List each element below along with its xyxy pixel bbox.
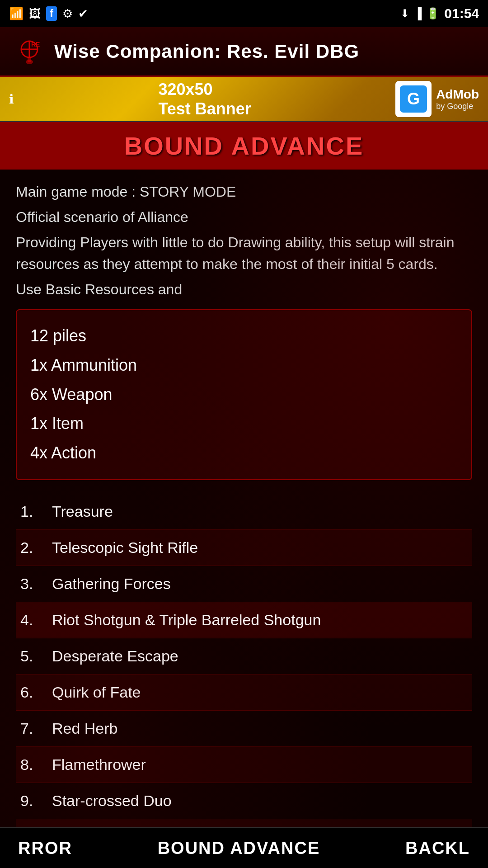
signal-icon: ▐ (414, 7, 422, 20)
desc-line3: Providing Players with little to do Draw… (16, 231, 472, 275)
bottom-nav-right[interactable]: BACKL (405, 839, 470, 858)
download-icon: ⬇ (400, 7, 409, 20)
item-number-3: 3. (20, 575, 52, 593)
list-item[interactable]: 8. Flamethrower (16, 747, 472, 783)
svg-text:G: G (407, 90, 420, 108)
resource-item-2: 1x Ammunition (30, 351, 458, 380)
clipboard-icon: ✔ (78, 7, 88, 21)
app-title: Wise Companion: Res. Evil DBG (54, 41, 359, 62)
svg-text:RE: RE (31, 41, 40, 48)
desc-line2: Official scenario of Alliance (16, 206, 472, 228)
admob-name: AdMob (436, 87, 479, 102)
ad-label-text: Test Banner (158, 99, 251, 118)
ad-size-text: 320x50 (158, 80, 251, 99)
info-icon: ℹ (9, 92, 14, 106)
item-name-5: Desperate Escape (52, 647, 178, 665)
image-icon: 🖼 (29, 7, 41, 21)
list-item[interactable]: 9. Star-crossed Duo (16, 783, 472, 819)
status-bar: 📶 🖼 f ⚙ ✔ ⬇ ▐ 🔋 01:54 (0, 0, 488, 27)
battery-icon: 🔋 (426, 7, 440, 20)
ad-banner-info: ℹ (9, 92, 14, 107)
resources-box: 12 piles 1x Ammunition 6x Weapon 1x Item… (16, 309, 472, 480)
desc-line1: Main game mode : STORY MODE (16, 181, 472, 203)
facebook-icon: f (46, 6, 57, 21)
item-name-8: Flamethrower (52, 756, 146, 774)
svg-rect-5 (28, 57, 31, 62)
item-number-9: 9. (20, 792, 52, 810)
list-item[interactable]: 5. Desperate Escape (16, 638, 472, 675)
item-name-2: Telescopic Sight Rifle (52, 539, 198, 557)
status-bar-right-icons: ⬇ ▐ 🔋 01:54 (400, 6, 479, 21)
item-name-6: Quirk of Fate (52, 684, 141, 701)
admob-branding: G AdMob by Google (395, 81, 479, 117)
item-number-8: 8. (20, 756, 52, 774)
list-item[interactable]: 1. Treasure (16, 494, 472, 530)
desc-line4: Use Basic Resources and (16, 278, 472, 300)
item-number-5: 5. (20, 647, 52, 665)
item-name-7: Red Herb (52, 720, 118, 737)
page-title: BOUND ADVANCE (14, 131, 474, 160)
item-name-4: Riot Shotgun & Triple Barreled Shotgun (52, 611, 321, 629)
bottom-nav[interactable]: RROR BOUND ADVANCE BACKL (0, 827, 488, 868)
scenario-list: 1. Treasure 2. Telescopic Sight Rifle 3.… (16, 494, 472, 868)
item-name-9: Star-crossed Duo (52, 792, 172, 810)
clock: 01:54 (444, 6, 479, 21)
resource-item-4: 1x Item (30, 409, 458, 439)
ad-banner-text-block: 320x50 Test Banner (158, 80, 251, 118)
list-item[interactable]: 6. Quirk of Fate (16, 675, 472, 711)
item-name-1: Treasure (52, 503, 113, 520)
item-number-4: 4. (20, 611, 52, 629)
item-number-2: 2. (20, 539, 52, 557)
item-number-1: 1. (20, 503, 52, 520)
admob-by-google: by Google (436, 102, 479, 111)
main-content: Main game mode : STORY MODE Official sce… (0, 170, 488, 868)
status-bar-left-icons: 📶 🖼 f ⚙ ✔ (9, 6, 88, 21)
bottom-nav-center[interactable]: BOUND ADVANCE (158, 839, 320, 858)
list-item[interactable]: 7. Red Herb (16, 711, 472, 747)
wifi-icon: 📶 (9, 7, 23, 21)
list-item[interactable]: 4. Riot Shotgun & Triple Barreled Shotgu… (16, 602, 472, 638)
admob-text-block: AdMob by Google (436, 87, 479, 111)
settings-icon: ⚙ (62, 7, 73, 21)
app-header: RE Wise Companion: Res. Evil DBG (0, 27, 488, 77)
bottom-nav-left[interactable]: RROR (18, 839, 72, 858)
app-logo: RE (14, 36, 45, 67)
list-item[interactable]: 3. Gathering Forces (16, 566, 472, 602)
admob-logo: G (395, 81, 432, 117)
item-number-6: 6. (20, 684, 52, 701)
item-number-7: 7. (20, 720, 52, 737)
resource-item-5: 4x Action (30, 439, 458, 468)
resource-item-3: 6x Weapon (30, 380, 458, 410)
resource-item-1: 12 piles (30, 321, 458, 351)
page-title-banner: BOUND ADVANCE (0, 122, 488, 170)
item-name-3: Gathering Forces (52, 575, 171, 593)
ad-banner[interactable]: ℹ 320x50 Test Banner G AdMob by Google (0, 77, 488, 122)
list-item[interactable]: 2. Telescopic Sight Rifle (16, 530, 472, 566)
